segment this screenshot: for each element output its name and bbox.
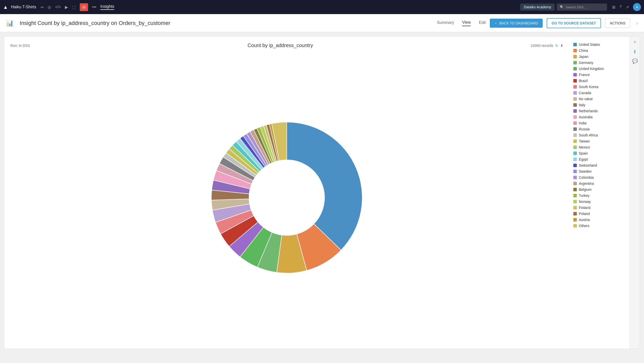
legend-label: Netherlands [579,109,598,113]
chart-body [10,52,563,343]
legend-color-swatch [573,200,577,203]
apps-icon[interactable]: ⊞ [612,5,615,10]
legend-color-swatch [573,115,577,119]
legend-color-swatch [573,79,577,83]
legend-item: Egypt [573,157,626,161]
dataiku-academy-button[interactable]: Dataiku Academy [520,4,555,11]
top-navigation: ▲ Haiku T-Shirts ⇒ ◎ </> ▶ ⬚ ⊟ ••• Insig… [0,0,644,14]
chart-legend: United StatesChinaJapanGermanyUnited Kin… [569,37,630,349]
legend-label: Norway [579,200,591,204]
chart-meta: Run: In DSS Count by ip_address_country … [10,43,563,48]
legend-color-swatch [573,194,577,197]
legend-color-swatch [573,176,577,179]
nav-icon-forward[interactable]: ⇒ [40,5,44,10]
legend-item: Taiwan [573,139,626,143]
legend-label: Austria [579,218,590,222]
insight-logo: 📊 [6,20,14,27]
donut-chart [199,110,375,286]
download-icon[interactable]: ⬇ [560,44,563,48]
legend-color-swatch [573,61,577,64]
nav-icon-print[interactable]: ⬚ [72,5,76,10]
legend-label: Canada [579,91,591,95]
legend-item: Austria [573,218,626,222]
legend-label: United States [579,43,600,47]
legend-item: Brazil [573,79,626,83]
search-box[interactable]: 🔍 Search DSS... [557,4,607,11]
legend-item: Colombia [573,175,626,179]
legend-item: Japan [573,55,626,59]
legend-item: France [573,73,626,77]
back-to-dashboard-button[interactable]: ← BACK TO DASHBOARD [490,19,543,28]
legend-item: India [573,121,626,125]
tab-edit[interactable]: Edit [479,20,486,26]
legend-color-swatch [573,85,577,89]
nav-icons: ⇒ ◎ </> ▶ ⬚ ⊟ ••• [40,3,96,11]
legend-label: South Africa [579,133,598,137]
help-icon[interactable]: ? [619,5,622,9]
legend-label: Spain [579,151,588,155]
project-name[interactable]: Haiku T-Shirts [11,5,36,9]
search-icon: 🔍 [560,5,564,9]
legend-label: Others [579,224,589,228]
legend-label: Russia [579,127,590,131]
nav-icon-play[interactable]: ▶ [65,5,68,10]
legend-label: Poland [579,212,590,216]
chart-area: Run: In DSS Count by ip_address_country … [4,37,569,349]
insights-tab[interactable]: Insights [100,4,114,10]
chart-records: 10000 records ↻ ⬇ [531,44,563,48]
legend-color-swatch [573,164,577,167]
legend-item: Poland [573,212,626,216]
add-icon[interactable]: + [633,40,636,45]
tab-view[interactable]: View [462,20,471,26]
comment-icon[interactable]: 💬 [632,58,638,64]
legend-label: Italy [579,103,585,107]
legend-label: Finland [579,206,590,210]
legend-color-swatch [573,206,577,209]
nav-icon-grid[interactable]: ⊟ [80,3,88,11]
collapse-icon[interactable]: › [636,20,638,26]
legend-color-swatch [573,188,577,191]
legend-label: Belgium [579,188,592,192]
legend-color-swatch [573,97,577,101]
legend-color-swatch [573,55,577,58]
refresh-icon[interactable]: ↻ [555,44,558,48]
legend-label: Brazil [579,79,588,83]
legend-item: Norway [573,200,626,204]
legend-label: France [579,73,590,77]
activity-icon[interactable]: ↗ [626,5,629,10]
go-to-source-dataset-button[interactable]: GO TO SOURCE DATASET [547,18,601,28]
legend-item: Sweden [573,169,626,173]
nav-icon-more[interactable]: ••• [92,5,96,9]
user-avatar[interactable]: A [633,3,641,11]
legend-label: Turkey [579,194,589,198]
legend-color-swatch [573,109,577,113]
right-sidebar: + ℹ 💬 [630,37,640,349]
donut-segment[interactable] [287,122,362,250]
insight-title: Insight Count by ip_address_country on O… [20,20,433,26]
legend-color-swatch [573,73,577,77]
legend-item: China [573,49,626,53]
legend-color-swatch [573,91,577,95]
legend-label: Egypt [579,157,588,161]
actions-button[interactable]: ACTIONS [605,18,630,28]
legend-item: South Korea [573,85,626,89]
search-placeholder: Search DSS... [566,5,586,9]
legend-item: Netherlands [573,109,626,113]
chart-run-info: Run: In DSS [10,44,30,48]
legend-color-swatch [573,218,577,222]
legend-label: Japan [579,55,588,59]
info-icon[interactable]: ℹ [634,49,636,54]
legend-color-swatch [573,133,577,137]
legend-label: Australia [579,115,592,119]
legend-item: No value [573,97,626,101]
legend-color-swatch [573,67,577,70]
legend-item: Spain [573,151,626,155]
legend-color-swatch [573,49,577,52]
legend-color-swatch [573,158,577,161]
nav-icon-code[interactable]: </> [55,5,61,9]
legend-color-swatch [573,146,577,149]
nav-icon-circle[interactable]: ◎ [48,5,51,10]
main-content: Run: In DSS Count by ip_address_country … [4,36,640,349]
legend-item: Mexico [573,145,626,149]
tab-summary[interactable]: Summary [437,20,454,26]
